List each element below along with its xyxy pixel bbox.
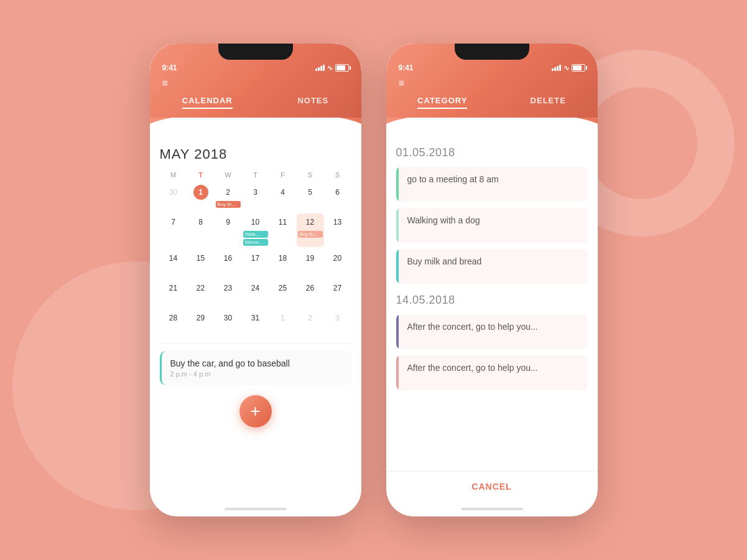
cancel-area: CANCEL	[386, 471, 598, 502]
cal-day: 22	[193, 281, 208, 296]
menu-icon[interactable]: ≡	[150, 72, 361, 93]
tab-delete[interactable]: DELETE	[531, 96, 566, 109]
cal-cell-6[interactable]: 6	[324, 184, 351, 211]
cal-cell-1[interactable]: 1	[187, 184, 215, 211]
cal-cell-30prev[interactable]: 30	[160, 184, 187, 211]
calendar-body: MAY 2018 M T W T F S S 30 1 2	[150, 136, 361, 502]
cal-row-1: 30 1 2 Buy th... 3 4 5	[160, 184, 351, 211]
date-section-2: 14.05.2018	[396, 294, 588, 307]
cal-cell-26[interactable]: 26	[297, 279, 324, 307]
cal-cell-31[interactable]: 31	[242, 309, 269, 337]
cal-day: 17	[248, 251, 263, 266]
cal-day: 7	[166, 215, 181, 230]
cal-cell-23[interactable]: 23	[215, 279, 242, 307]
cal-cell-11[interactable]: 11	[269, 213, 297, 247]
cal-cell-21[interactable]: 21	[160, 279, 187, 307]
cal-day: 25	[276, 281, 290, 296]
weekday-tue: T	[187, 171, 215, 179]
cal-day: 31	[248, 310, 263, 325]
cal-day: 4	[276, 185, 290, 200]
cal-cell-2[interactable]: 2 Buy th...	[215, 184, 242, 211]
cal-day: 11	[276, 215, 290, 230]
tab-notes[interactable]: NOTES	[297, 96, 328, 109]
note-text: Buy milk and bread	[399, 249, 588, 284]
note-item-4[interactable]: After the concert, go to help you...	[396, 314, 588, 349]
event-tag: Buy th...	[216, 201, 241, 208]
weekday-fri: F	[269, 171, 297, 179]
menu-icon[interactable]: ≡	[386, 72, 598, 93]
cal-day: 19	[303, 251, 318, 266]
wifi-icon: ∿	[327, 64, 333, 72]
cal-cell-13[interactable]: 13	[324, 213, 351, 247]
calendar-grid: M T W T F S S 30 1 2 Buy th...	[160, 171, 351, 337]
cal-cell-2next[interactable]: 2	[297, 309, 324, 337]
calendar-header: M T W T F S S	[160, 171, 351, 179]
cal-cell-1next[interactable]: 1	[269, 309, 297, 337]
cal-cell-8[interactable]: 8	[187, 213, 215, 247]
cal-day: 13	[330, 215, 345, 230]
cal-cell-20[interactable]: 20	[324, 250, 351, 277]
cal-cell-16[interactable]: 16	[215, 250, 242, 277]
cancel-button[interactable]: CANCEL	[471, 482, 511, 492]
note-text: After the concert, go to help you...	[399, 314, 588, 349]
cal-cell-19[interactable]: 19	[297, 250, 324, 277]
note-item-3[interactable]: Buy milk and bread	[396, 249, 588, 284]
tab-category[interactable]: CATEGORY	[417, 96, 467, 109]
cal-day: 21	[166, 281, 181, 296]
cal-cell-29[interactable]: 29	[187, 309, 215, 337]
battery-icon	[572, 64, 585, 72]
note-text: Walking with a dog	[399, 208, 588, 243]
cal-day: 27	[330, 281, 345, 296]
cal-day: 18	[276, 251, 290, 266]
cal-cell-30[interactable]: 30	[215, 309, 242, 337]
cal-cell-3[interactable]: 3	[242, 184, 269, 211]
cal-day: 3	[248, 185, 263, 200]
cal-day-today: 1	[193, 185, 208, 200]
cal-cell-17[interactable]: 17	[242, 250, 269, 277]
phone2-header: 9:41 ∿ ≡ CATEGORY DELETE	[386, 44, 598, 118]
cal-cell-24[interactable]: 24	[242, 279, 269, 307]
cal-day: 5	[303, 185, 318, 200]
event-card[interactable]: Buy the car, and go to baseball 2 p.m - …	[160, 351, 351, 385]
status-time: 9:41	[162, 63, 177, 72]
nav-tabs: CATEGORY DELETE	[386, 93, 598, 118]
cal-cell-12[interactable]: 12 Buy th...	[297, 213, 324, 247]
cal-day: 9	[221, 215, 236, 230]
cal-cell-4[interactable]: 4	[269, 184, 297, 211]
cal-row-2: 7 8 9 10 Walk... Winne... 11 12	[160, 213, 351, 247]
cal-cell-7[interactable]: 7	[160, 213, 187, 247]
month-title: MAY 2018	[160, 146, 351, 162]
date-section-1: 01.05.2018	[396, 146, 588, 159]
cal-cell-14[interactable]: 14	[160, 250, 187, 277]
cal-cell-18[interactable]: 18	[269, 250, 297, 277]
cal-cell-9[interactable]: 9	[215, 213, 242, 247]
cal-day: 1	[276, 310, 290, 325]
note-item-5[interactable]: After the concert, go to help you...	[396, 355, 588, 390]
cal-cell-15[interactable]: 15	[187, 250, 215, 277]
cal-row-5: 28 29 30 31 1 2 3	[160, 309, 351, 337]
note-item-1[interactable]: go to a meeting at 8 am	[396, 167, 588, 202]
cal-day: 2	[221, 185, 236, 200]
phone-calendar: 9:41 ∿ ≡ CALENDAR NOTES MAY 2018	[150, 44, 361, 516]
notes-body: 01.05.2018 go to a meeting at 8 am Walki…	[386, 136, 598, 471]
cal-cell-27[interactable]: 27	[324, 279, 351, 307]
cal-cell-3next[interactable]: 3	[324, 309, 351, 337]
cal-day: 16	[221, 251, 236, 266]
cal-cell-22[interactable]: 22	[187, 279, 215, 307]
tab-calendar[interactable]: CALENDAR	[182, 96, 233, 109]
cal-day: 15	[193, 251, 208, 266]
signal-icon	[315, 65, 325, 71]
cal-cell-10[interactable]: 10 Walk... Winne...	[242, 213, 269, 247]
cal-cell-25[interactable]: 25	[269, 279, 297, 307]
cal-cell-5[interactable]: 5	[297, 184, 324, 211]
phone-notes: 9:41 ∿ ≡ CATEGORY DELETE 01.05.2018	[386, 44, 598, 516]
cal-day: 2	[303, 310, 318, 325]
cal-cell-28[interactable]: 28	[160, 309, 187, 337]
cal-day: 30	[221, 310, 236, 325]
event-tag: Walk...	[243, 231, 268, 238]
note-item-2[interactable]: Walking with a dog	[396, 208, 588, 243]
add-button[interactable]: +	[239, 395, 272, 427]
cal-day: 24	[248, 281, 263, 296]
weekday-sat: S	[297, 171, 324, 179]
cal-day: 28	[166, 310, 181, 325]
